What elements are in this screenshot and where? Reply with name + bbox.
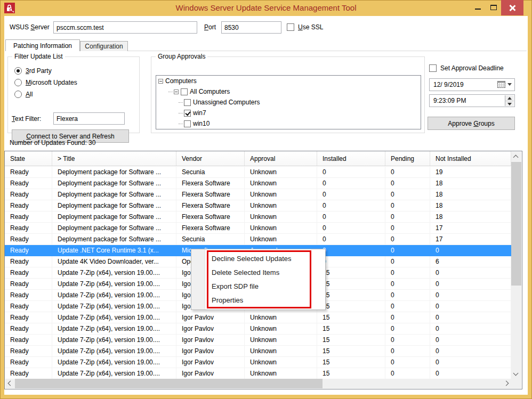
table-row[interactable]: ReadyDeployment package for Software ...… — [5, 178, 511, 189]
scroll-down-button[interactable] — [511, 369, 521, 379]
maximize-button[interactable] — [486, 0, 501, 15]
spin-down-button[interactable] — [505, 101, 514, 107]
table-row[interactable]: ReadyUpdate 7-Zip (x64), version 19.00..… — [5, 335, 511, 346]
table-cell: Deployment package for Software ... — [52, 211, 176, 222]
radio-3rd-party[interactable]: 3rd Party — [14, 67, 52, 75]
time-spinner[interactable] — [505, 95, 514, 106]
table-cell: 15 — [317, 267, 385, 278]
approve-groups-button[interactable]: Approve Groups — [428, 117, 515, 130]
tree-item-label: win10 — [193, 120, 209, 127]
wsus-server-input[interactable] — [53, 21, 197, 34]
filter-group-title: Filter Update List — [12, 53, 65, 60]
radio-label: All — [26, 91, 33, 98]
table-cell: 0 — [385, 312, 430, 323]
table-cell: Unknown — [245, 346, 317, 356]
horizontal-scroll-thumb[interactable] — [15, 379, 323, 388]
deadline-time-picker[interactable]: 9:23:09 PM — [429, 94, 515, 107]
collapse-icon[interactable] — [174, 89, 179, 94]
table-cell: Ready — [5, 301, 52, 312]
column-header-approval[interactable]: Approval — [245, 151, 317, 166]
table-cell: 0 — [430, 335, 511, 345]
column-header--title[interactable]: > Title — [52, 151, 176, 166]
table-cell: 0 — [317, 234, 385, 245]
menu-item-delete-selected-items[interactable]: Delete Selected Items — [191, 266, 325, 280]
table-row[interactable]: ReadyUpdate 7-Zip (x64), version 19.00..… — [5, 312, 511, 323]
table-cell: Unknown — [245, 167, 317, 177]
spin-up-button[interactable] — [505, 95, 514, 101]
filter-update-list-group: Filter Update List 3rd PartyMicrosoft Up… — [7, 56, 140, 133]
column-header-state[interactable]: State — [5, 151, 52, 166]
minimize-button[interactable] — [470, 0, 486, 15]
table-cell: 0 — [317, 223, 385, 233]
table-cell: Deployment package for Software ... — [52, 200, 176, 211]
tree-item-computers[interactable]: Computers — [156, 76, 421, 86]
column-header-vendor[interactable]: Vendor — [176, 151, 245, 166]
column-header-installed[interactable]: Installed — [317, 151, 385, 166]
tree-item-win10[interactable]: win10 — [156, 118, 421, 129]
scroll-right-button[interactable] — [503, 379, 512, 388]
tree-item-win7[interactable]: win7 — [156, 108, 421, 118]
table-cell: 0 — [430, 357, 511, 368]
vertical-scroll-thumb[interactable] — [511, 162, 521, 286]
table-row[interactable]: ReadyDeployment package for Software ...… — [5, 167, 511, 178]
tree-checkbox[interactable] — [181, 88, 188, 95]
table-cell: 0 — [385, 335, 430, 345]
table-row[interactable]: ReadyUpdate 7-Zip (x64), version 19.00..… — [5, 357, 511, 368]
tree-item-all-computers[interactable]: All Computers — [156, 86, 421, 97]
column-header-not-installed[interactable]: Not Installed — [430, 151, 511, 166]
table-cell: 0 — [430, 245, 511, 256]
table-cell: Unknown — [245, 211, 317, 222]
table-cell: 0 — [385, 211, 430, 222]
table-cell: Update 7-Zip (x64), version 19.00.... — [52, 279, 176, 289]
tree-item-unassigned-computers[interactable]: Unassigned Computers — [156, 97, 421, 108]
tree-checkbox[interactable] — [184, 99, 191, 106]
table-row[interactable]: ReadyUpdate 7-Zip (x64), version 19.00..… — [5, 346, 511, 357]
tree-item-win8[interactable]: win8 — [156, 129, 421, 129]
port-input[interactable] — [221, 21, 281, 34]
use-ssl-checkbox[interactable] — [287, 23, 294, 31]
scroll-up-button[interactable] — [511, 152, 521, 161]
table-cell: Deployment package for Software ... — [52, 189, 176, 200]
tree-connector — [179, 124, 183, 124]
table-cell: Secunia — [176, 234, 245, 245]
table-cell: 15 — [317, 346, 385, 356]
table-row[interactable]: ReadyDeployment package for Software ...… — [5, 189, 511, 200]
radio-microsoft-updates[interactable]: Microsoft Updates — [14, 78, 77, 87]
tree-checkbox[interactable] — [184, 110, 191, 117]
radio-all[interactable]: All — [14, 90, 33, 99]
client-area: WSUS Server Port Use SSL Patching Inform… — [4, 16, 528, 395]
table-row[interactable]: ReadyUpdate 7-Zip (x64), version 19.00..… — [5, 323, 511, 335]
table-cell: 15 — [317, 323, 385, 334]
close-button[interactable] — [501, 0, 523, 15]
table-row[interactable]: ReadyUpdate 7-Zip (x64), version 19.00..… — [5, 368, 511, 379]
scroll-left-button[interactable] — [5, 379, 14, 388]
table-cell: Unknown — [245, 323, 317, 334]
tree-connector — [179, 113, 183, 113]
calendar-icon[interactable] — [497, 81, 512, 88]
menu-item-properties[interactable]: Properties — [191, 294, 325, 307]
column-header-pending[interactable]: Pending — [385, 151, 430, 166]
table-row[interactable]: ReadyDeployment package for Software ...… — [5, 211, 511, 223]
tree-checkbox[interactable] — [184, 120, 191, 127]
set-approval-deadline-checkbox[interactable] — [429, 64, 437, 72]
table-cell: 19 — [430, 167, 511, 177]
collapse-icon[interactable] — [158, 79, 163, 84]
table-cell: Igor Pavlov — [176, 323, 245, 334]
table-cell: Igor Pavlov — [176, 312, 245, 323]
vertical-scrollbar[interactable] — [511, 152, 521, 379]
radio-label: 3rd Party — [26, 67, 52, 75]
table-row[interactable]: ReadyDeployment package for Software ...… — [5, 200, 511, 211]
tab-configuration[interactable]: Configuration — [80, 41, 128, 51]
menu-item-export-sdp-file[interactable]: Export SDP file — [191, 280, 325, 294]
table-cell: Update 7-Zip (x64), version 19.00.... — [52, 301, 176, 312]
text-filter-input[interactable] — [53, 112, 125, 125]
tab-patching-information[interactable]: Patching Information — [5, 39, 80, 51]
tree-item-label: Computers — [165, 77, 197, 85]
horizontal-scrollbar[interactable] — [5, 379, 512, 388]
table-cell: Update 7-Zip (x64), version 19.00.... — [52, 323, 176, 334]
up-arrow-icon — [507, 97, 512, 100]
table-row[interactable]: ReadyDeployment package for Software ...… — [5, 223, 511, 234]
table-row[interactable]: ReadyDeployment package for Software ...… — [5, 234, 511, 245]
deadline-date-picker[interactable]: 12/ 9/2019 — [429, 78, 515, 91]
menu-item-decline-selected-updates[interactable]: Decline Selected Updates — [191, 252, 325, 266]
